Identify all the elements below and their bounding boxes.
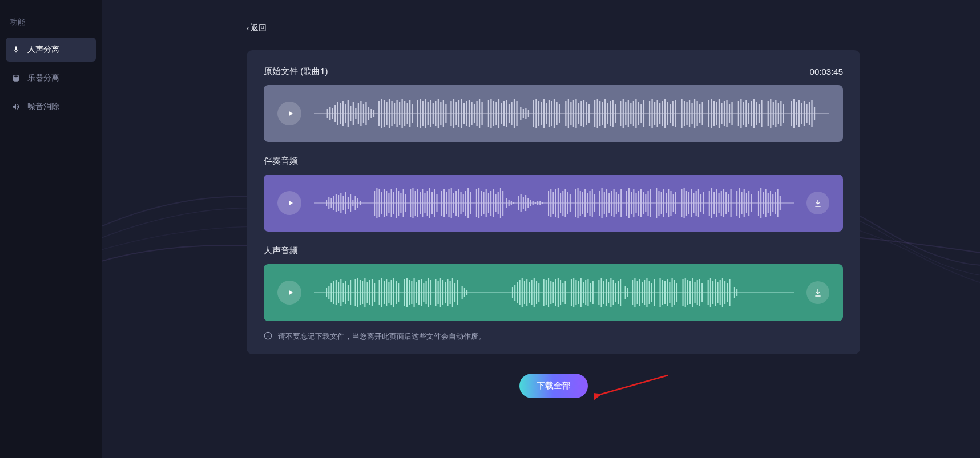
svg-rect-426 (592, 281, 594, 304)
svg-rect-382 (435, 279, 436, 306)
svg-rect-151 (753, 99, 755, 128)
svg-rect-101 (607, 103, 608, 124)
waveform-original[interactable] (314, 96, 829, 131)
sidebar-item-vocal-separation[interactable]: 人声分离 (6, 38, 96, 62)
svg-rect-449 (660, 278, 661, 307)
svg-rect-176 (333, 196, 334, 210)
svg-rect-355 (362, 281, 363, 304)
sidebar-item-instrument-separation[interactable]: 乐器分离 (6, 66, 96, 90)
svg-rect-80 (546, 103, 547, 124)
svg-rect-397 (517, 282, 518, 303)
svg-rect-330 (758, 191, 759, 216)
download-all-button[interactable]: 下载全部 (519, 374, 588, 398)
svg-rect-358 (369, 280, 370, 305)
svg-rect-211 (431, 192, 433, 214)
svg-rect-391 (457, 280, 458, 305)
svg-rect-42 (438, 99, 439, 128)
svg-rect-445 (646, 278, 647, 307)
svg-rect-177 (336, 194, 337, 212)
svg-rect-107 (625, 102, 626, 125)
svg-rect-410 (550, 281, 551, 304)
svg-rect-313 (709, 191, 710, 216)
svg-rect-227 (476, 189, 477, 217)
svg-rect-415 (562, 283, 563, 302)
back-button[interactable]: ‹ 返回 (247, 23, 267, 33)
svg-rect-200 (403, 189, 404, 217)
sidebar-item-label: 噪音消除 (27, 102, 59, 112)
notice: 请不要忘记下载文件，当您离开此页面后这些文件会自动作废。 (264, 331, 843, 342)
svg-rect-12 (355, 108, 356, 119)
svg-rect-240 (509, 200, 510, 206)
svg-rect-436 (620, 279, 621, 306)
svg-rect-104 (615, 104, 616, 123)
chevron-left-icon: ‹ (247, 23, 249, 33)
svg-rect-238 (502, 191, 503, 216)
svg-rect-433 (613, 280, 614, 305)
svg-rect-447 (651, 283, 652, 302)
svg-rect-185 (354, 196, 356, 210)
svg-rect-402 (529, 282, 530, 303)
svg-rect-451 (664, 281, 666, 304)
svg-rect-248 (530, 200, 531, 206)
track-duration: 00:03:45 (810, 67, 843, 76)
svg-rect-118 (656, 100, 658, 127)
svg-rect-155 (768, 101, 769, 126)
svg-rect-324 (739, 188, 740, 218)
svg-rect-124 (672, 101, 674, 126)
svg-rect-228 (478, 188, 479, 218)
waveform-vocal[interactable] (314, 275, 794, 310)
svg-rect-456 (676, 283, 677, 302)
svg-rect-344 (333, 281, 334, 304)
svg-rect-341 (326, 288, 327, 297)
svg-rect-5 (337, 102, 338, 125)
svg-rect-24 (389, 99, 390, 128)
svg-rect-378 (423, 283, 424, 302)
play-button-vocal[interactable] (277, 281, 301, 305)
svg-rect-254 (548, 191, 549, 216)
track-card-accompaniment (264, 175, 843, 232)
svg-rect-374 (414, 278, 415, 307)
svg-rect-307 (691, 189, 692, 217)
svg-rect-275 (604, 192, 605, 214)
svg-rect-163 (793, 99, 795, 128)
svg-rect-453 (669, 282, 670, 303)
track-header-accompaniment: 伴奏音频 (264, 156, 843, 167)
svg-rect-10 (350, 106, 351, 121)
svg-rect-58 (481, 102, 482, 125)
svg-rect-383 (438, 281, 439, 304)
svg-rect-412 (555, 279, 556, 306)
svg-rect-52 (466, 101, 467, 126)
svg-rect-48 (455, 102, 457, 125)
svg-rect-196 (393, 192, 394, 214)
svg-rect-234 (493, 189, 494, 217)
waveform-accompaniment[interactable] (314, 186, 794, 220)
svg-rect-443 (642, 282, 643, 303)
svg-rect-258 (558, 188, 559, 218)
svg-rect-136 (711, 99, 712, 128)
svg-rect-331 (760, 188, 761, 218)
svg-rect-180 (342, 196, 344, 210)
svg-rect-50 (461, 99, 462, 128)
play-button-original[interactable] (277, 102, 301, 125)
svg-rect-225 (467, 188, 469, 218)
svg-rect-455 (674, 280, 675, 305)
svg-rect-387 (447, 279, 448, 306)
play-button-accompaniment[interactable] (277, 191, 301, 215)
svg-rect-85 (559, 104, 560, 123)
sidebar-item-noise-removal[interactable]: 噪音消除 (6, 95, 96, 119)
svg-rect-270 (590, 191, 591, 216)
svg-rect-33 (412, 104, 413, 123)
svg-rect-182 (348, 197, 349, 209)
download-button-accompaniment[interactable] (806, 192, 829, 214)
svg-rect-244 (521, 194, 522, 212)
svg-rect-253 (542, 202, 543, 204)
svg-rect-249 (533, 201, 534, 205)
svg-rect-348 (342, 283, 344, 302)
svg-rect-472 (722, 278, 723, 307)
svg-rect-170 (811, 100, 812, 127)
svg-rect-469 (715, 279, 716, 306)
svg-rect-110 (633, 101, 634, 126)
download-button-vocal[interactable] (806, 281, 829, 304)
svg-rect-255 (550, 189, 551, 217)
svg-rect-328 (748, 191, 749, 216)
